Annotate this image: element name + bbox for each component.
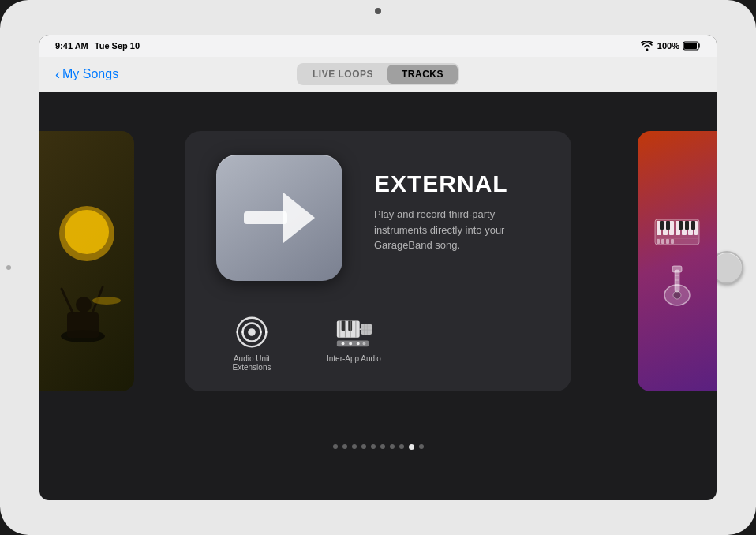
card-external: EXTERNAL Play and record third-party ins… — [185, 131, 571, 391]
dot-8 — [399, 444, 404, 449]
guitar-icon — [660, 264, 695, 307]
dot-2 — [342, 444, 347, 449]
side-button — [6, 265, 11, 270]
inter-app-icon — [334, 316, 373, 349]
card-text-area: EXTERNAL Play and record third-party ins… — [374, 155, 540, 253]
svg-rect-15 — [349, 321, 353, 331]
svg-point-12 — [248, 328, 256, 336]
svg-rect-41 — [679, 221, 683, 230]
drums-illustration — [39, 186, 134, 391]
audio-unit-label: Audio Unit Extensions — [216, 354, 287, 372]
card-bottom-icons: Audio Unit Extensions — [216, 305, 540, 372]
svg-rect-45 — [657, 239, 660, 244]
battery-icon — [683, 41, 701, 51]
card-title: EXTERNAL — [374, 170, 540, 197]
arrow-right-icon — [240, 178, 319, 257]
status-bar: 9:41 AM Tue Sep 10 100% — [39, 35, 717, 57]
cards-container: EXTERNAL Play and record third-party ins… — [39, 99, 717, 423]
status-date: Tue Sep 10 — [95, 41, 140, 51]
inter-app-label: Inter-App Audio — [327, 354, 381, 363]
audio-unit-icon — [232, 316, 271, 349]
svg-point-28 — [350, 342, 353, 346]
svg-rect-20 — [361, 324, 372, 335]
dot-10 — [419, 444, 424, 449]
dot-5 — [371, 444, 376, 449]
ipad-frame: 9:41 AM Tue Sep 10 100% — [0, 0, 756, 535]
svg-rect-39 — [660, 221, 664, 230]
battery-label: 100% — [657, 41, 679, 51]
svg-point-9 — [92, 297, 121, 305]
dot-9 — [409, 444, 414, 450]
svg-rect-14 — [342, 321, 346, 331]
svg-point-29 — [357, 342, 360, 346]
svg-rect-5 — [67, 312, 99, 338]
external-icon-button[interactable] — [216, 155, 342, 281]
svg-rect-42 — [685, 221, 689, 230]
segmented-control: LIVE LOOPS TRACKS — [297, 63, 459, 85]
svg-point-8 — [76, 297, 92, 312]
svg-point-30 — [363, 342, 366, 346]
svg-point-27 — [342, 342, 345, 346]
tab-tracks[interactable]: TRACKS — [387, 65, 458, 84]
inter-app-visual — [334, 316, 373, 348]
dot-6 — [380, 444, 385, 449]
svg-marker-11 — [283, 193, 315, 243]
status-right: 100% — [641, 41, 701, 51]
dot-4 — [361, 444, 366, 449]
tab-live-loops[interactable]: LIVE LOOPS — [298, 65, 387, 84]
card-drums[interactable] — [39, 131, 134, 391]
card-keyboard-guitar[interactable] — [638, 131, 717, 391]
back-chevron-icon: ‹ — [55, 66, 60, 83]
audio-unit-visual — [232, 316, 271, 348]
content-area: EXTERNAL Play and record third-party ins… — [39, 92, 717, 469]
svg-rect-46 — [661, 239, 664, 244]
screen: 9:41 AM Tue Sep 10 100% — [39, 35, 717, 500]
pagination-dots — [333, 432, 424, 461]
svg-rect-1 — [684, 43, 697, 49]
nav-bar: ‹ My Songs LIVE LOOPS TRACKS — [39, 57, 717, 92]
audio-unit-item[interactable]: Audio Unit Extensions — [216, 316, 287, 372]
keyboard-icon — [653, 216, 701, 248]
status-time: 9:41 AM — [55, 41, 88, 51]
svg-point-3 — [65, 210, 109, 254]
svg-rect-40 — [666, 221, 670, 230]
svg-rect-43 — [691, 221, 695, 230]
back-button[interactable]: ‹ My Songs — [55, 66, 118, 83]
svg-rect-13 — [337, 321, 360, 338]
card-top: EXTERNAL Play and record third-party ins… — [216, 155, 540, 305]
dot-3 — [352, 444, 357, 449]
inter-app-item[interactable]: Inter-App Audio — [327, 316, 381, 363]
card-description: Play and record third-party instruments … — [374, 207, 540, 253]
svg-line-6 — [62, 289, 73, 312]
wifi-icon — [641, 41, 653, 51]
front-camera — [375, 8, 381, 14]
dot-1 — [333, 444, 338, 449]
dot-7 — [390, 444, 395, 449]
back-label: My Songs — [62, 67, 118, 81]
svg-rect-10 — [244, 211, 287, 224]
svg-rect-47 — [666, 239, 669, 244]
svg-rect-48 — [671, 239, 674, 244]
